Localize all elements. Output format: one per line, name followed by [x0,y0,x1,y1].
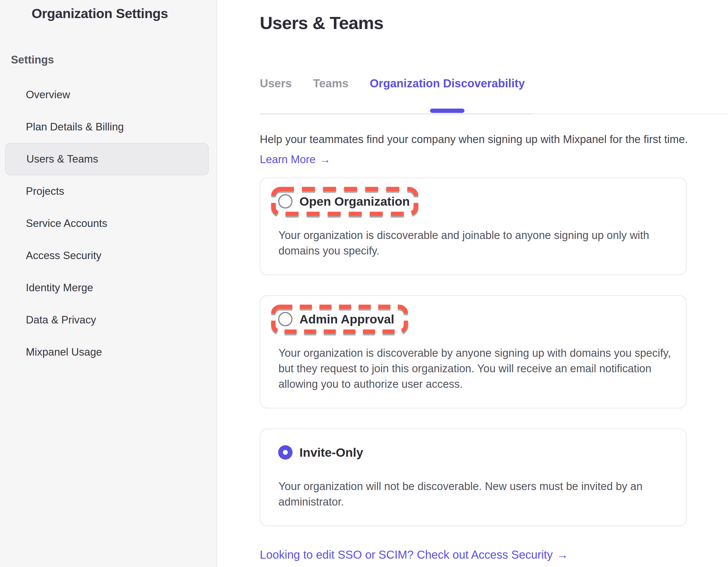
access-security-link[interactable]: Looking to edit SSO or SCIM? Check out A… [260,547,568,562]
tab-users[interactable]: Users [260,77,292,90]
radio-option-invite-only[interactable]: Invite-Only [271,438,408,467]
sidebar-item-mixpanel-usage[interactable]: Mixpanel Usage [0,336,217,368]
tabs-row: Users Teams Organization Discoverability [260,77,728,114]
intro-text: Help your teammates find your company wh… [260,131,728,147]
sidebar-item-overview[interactable]: Overview [0,79,217,111]
option-card-admin-approval: Admin Approval Your organization is disc… [260,295,687,409]
sidebar-item-service-accounts[interactable]: Service Accounts [0,207,217,239]
option-description: Your organization will not be discoverab… [278,479,675,510]
tab-teams[interactable]: Teams [313,77,348,90]
radio-option-open-organization[interactable]: Open Organization [271,187,419,216]
option-description: Your organization is discoverable by any… [278,345,675,392]
option-description: Your organization is discoverable and jo… [278,227,675,258]
sidebar-item-access-security[interactable]: Access Security [0,239,217,272]
tab-bar: Users Teams Organization Discoverability [260,77,533,114]
arrow-right-icon: → [557,547,568,562]
arrow-right-icon: → [320,152,330,167]
sidebar-section-label: Settings [11,53,217,66]
option-label: Invite-Only [299,446,363,460]
option-card-invite-only: Invite-Only Your organization will not b… [260,429,687,526]
sidebar-title: Organization Settings [32,6,217,21]
learn-more-label: Learn More [260,152,315,167]
footer-link-label: Looking to edit SSO or SCIM? Check out A… [260,547,553,562]
learn-more-link[interactable]: Learn More → [260,152,330,167]
radio-button-unselected[interactable] [278,194,293,208]
sidebar-nav: Overview Plan Details & Billing Users & … [0,79,217,368]
radio-option-admin-approval[interactable]: Admin Approval [271,305,408,334]
sidebar-item-projects[interactable]: Projects [0,175,217,207]
radio-button-selected[interactable] [278,445,293,460]
page-title: Users & Teams [260,13,728,33]
option-label: Open Organization [299,194,410,208]
sidebar-item-data-privacy[interactable]: Data & Privacy [0,304,217,336]
sidebar-item-plan-details-billing[interactable]: Plan Details & Billing [0,111,217,143]
radio-button-unselected[interactable] [278,312,293,326]
option-card-open-organization: Open Organization Your organization is d… [260,177,687,275]
tab-organization-discoverability[interactable]: Organization Discoverability [370,77,525,90]
sidebar-item-users-teams[interactable]: Users & Teams [5,143,209,175]
settings-sidebar: Organization Settings Settings Overview … [0,0,217,567]
sidebar-item-identity-merge[interactable]: Identity Merge [0,272,217,304]
active-tab-indicator [430,109,464,113]
tab-label: Organization Discoverability [370,77,525,90]
option-label: Admin Approval [299,312,394,326]
main-content: Users & Teams Users Teams Organization D… [217,0,728,567]
